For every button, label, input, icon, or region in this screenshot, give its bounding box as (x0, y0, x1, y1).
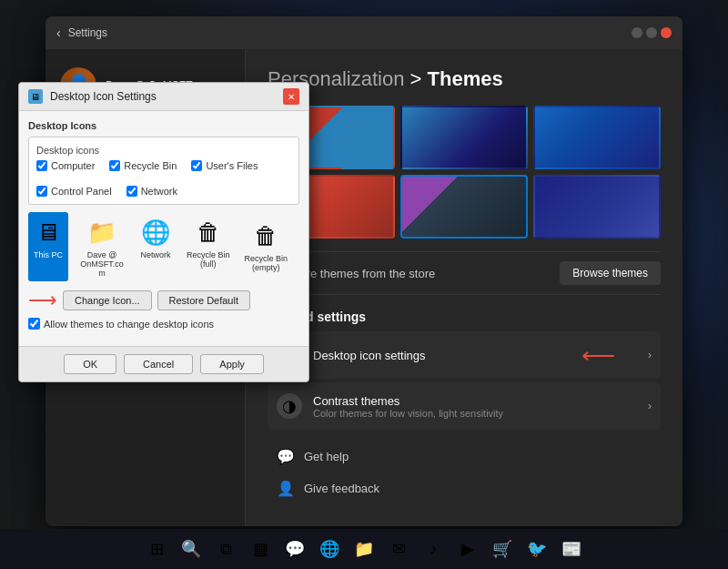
desktop-icon-settings-dialog: 🖥 Desktop Icon Settings ✕ Desktop Icons … (18, 82, 309, 382)
change-icon-button[interactable]: Change Icon... (63, 290, 152, 310)
close-button[interactable] (661, 27, 672, 38)
back-button[interactable]: ‹ (56, 25, 61, 40)
dialog-title-icon: 🖥 (28, 89, 43, 104)
contrast-themes-label: Contrast themes (313, 394, 637, 408)
dialog-section-label: Desktop Icons (28, 120, 299, 131)
allow-themes-row: Allow themes to change desktop icons (28, 318, 299, 330)
taskbar-mail-button[interactable]: ✉ (384, 534, 413, 564)
icon-network-image: 🌐 (139, 216, 172, 249)
desktop-icon-chevron: › (648, 349, 652, 361)
browse-themes-button[interactable]: Browse themes (560, 261, 661, 285)
breadcrumb-current: Themes (428, 67, 503, 90)
theme-thumb-2[interactable] (400, 106, 528, 169)
restore-default-button[interactable]: Restore Default (157, 290, 250, 310)
contrast-themes-item[interactable]: ◑ Contrast themes Color themes for low v… (268, 382, 661, 430)
dialog-title-bar: 🖥 Desktop Icon Settings ✕ (19, 83, 308, 111)
contrast-themes-subtitle: Color themes for low vision, light sensi… (313, 408, 637, 419)
taskbar-twitter-button[interactable]: 🐦 (522, 534, 551, 564)
minimize-button[interactable] (632, 27, 642, 38)
theme-thumb-6[interactable] (533, 175, 661, 239)
maximize-button[interactable] (646, 27, 657, 38)
checkbox-recycle-label: Recycle Bin (124, 160, 177, 171)
theme-thumb-3[interactable] (533, 106, 661, 169)
checkbox-recycle-input[interactable] (109, 160, 120, 171)
checkbox-user-files-input[interactable] (191, 160, 202, 171)
main-content: Personalization > Themes Get more themes… (246, 49, 682, 526)
taskbar-explorer-button[interactable]: 📁 (349, 534, 379, 564)
theme-grid (268, 106, 661, 239)
contrast-themes-chevron: › (648, 400, 652, 412)
desktop-icon-settings-text: Desktop icon settings (313, 349, 637, 362)
taskbar-store-button[interactable]: 🛒 (488, 534, 517, 564)
related-settings-title: Related settings (268, 310, 661, 324)
dialog-footer: OK Cancel Apply (19, 346, 308, 381)
icon-network[interactable]: 🌐 Network (136, 212, 176, 281)
checkbox-control-panel-input[interactable] (36, 186, 47, 197)
icon-network-label: Network (140, 250, 170, 259)
get-help-label: Get help (304, 450, 349, 463)
icon-this-pc[interactable]: 🖥 This PC (28, 212, 68, 281)
checkbox-network[interactable]: Network (126, 186, 177, 197)
dialog-close-button[interactable]: ✕ (283, 88, 299, 105)
checkbox-recycle[interactable]: Recycle Bin (109, 160, 177, 171)
icon-recycle-empty-image: 🗑 (249, 219, 282, 252)
checkbox-row: Computer Recycle Bin User's Files Contro… (36, 160, 291, 197)
taskbar-spotify-button[interactable]: ♪ (419, 534, 448, 564)
checkbox-user-files-label: User's Files (206, 160, 258, 171)
change-icon-row: ⟶ Change Icon... Restore Default (28, 289, 299, 312)
desktop-icon-settings-item[interactable]: 🖥 Desktop icon settings ⟵ › (268, 331, 661, 379)
apply-button[interactable]: Apply (200, 354, 264, 374)
breadcrumb-separator: > (410, 67, 428, 90)
checkbox-control-panel-label: Control Panel (51, 186, 112, 197)
theme-thumb-5[interactable] (400, 175, 528, 239)
taskbar-news-button[interactable]: 📰 (557, 534, 586, 564)
checkbox-computer-input[interactable] (36, 160, 47, 171)
desktop-icons-group-label: Desktop icons (36, 145, 291, 156)
dialog-title-text: Desktop Icon Settings (50, 90, 276, 103)
allow-themes-checkbox[interactable] (28, 318, 40, 330)
icon-preview: 🖥 This PC 📁 Dave @OnMSFT.com 🌐 Network 🗑… (28, 212, 299, 281)
checkbox-user-files[interactable]: User's Files (191, 160, 258, 171)
breadcrumb: Personalization > Themes (268, 67, 661, 91)
icon-user-files-label: Dave @OnMSFT.com (79, 250, 125, 278)
icon-this-pc-label: This PC (34, 250, 63, 259)
checkbox-network-input[interactable] (126, 186, 137, 197)
allow-themes-label: Allow themes to change desktop icons (44, 319, 214, 330)
give-feedback-icon: 👤 (277, 480, 295, 497)
icon-recycle-full-image: 🗑 (192, 216, 225, 249)
change-icon-arrow: ⟶ (28, 289, 57, 312)
window-title: Settings (68, 26, 107, 39)
cancel-button[interactable]: Cancel (124, 354, 193, 374)
ok-button[interactable]: OK (64, 354, 116, 374)
checkbox-control-panel[interactable]: Control Panel (36, 186, 112, 197)
icon-recycle-full[interactable]: 🗑 Recycle Bin(full) (183, 212, 234, 281)
checkbox-computer-label: Computer (51, 160, 95, 171)
taskbar-search-button[interactable]: 🔍 (177, 534, 206, 564)
taskbar-chat-button[interactable]: 💬 (280, 534, 309, 564)
give-feedback-link[interactable]: 👤 Give feedback (268, 472, 661, 504)
icon-user-files[interactable]: 📁 Dave @OnMSFT.com (76, 212, 128, 281)
related-settings-section: Related settings 🖥 Desktop icon settings… (268, 310, 661, 430)
icon-user-files-image: 📁 (86, 216, 118, 249)
get-help-icon: 💬 (277, 448, 295, 465)
taskbar-taskview-button[interactable]: ⧉ (211, 534, 240, 564)
icon-recycle-full-label: Recycle Bin(full) (187, 250, 230, 269)
help-links: 💬 Get help 👤 Give feedback (268, 441, 661, 504)
taskbar-media-button[interactable]: ▶ (453, 534, 482, 564)
contrast-themes-icon: ◑ (277, 393, 302, 419)
icon-recycle-empty[interactable]: 🗑 Recycle Bin(empty) (241, 216, 292, 281)
taskbar-edge-button[interactable]: 🌐 (315, 534, 344, 564)
title-bar: ‹ Settings (46, 16, 682, 49)
taskbar-start-button[interactable]: ⊞ (142, 534, 171, 564)
dialog-body: Desktop Icons Desktop icons Computer Rec… (19, 111, 308, 346)
icon-this-pc-image: 🖥 (32, 216, 65, 249)
desktop-icon-settings-label: Desktop icon settings (313, 349, 637, 362)
taskbar: ⊞ 🔍 ⧉ ▦ 💬 🌐 📁 ✉ ♪ ▶ 🛒 🐦 📰 (0, 529, 728, 569)
checkbox-computer[interactable]: Computer (36, 160, 95, 171)
get-help-link[interactable]: 💬 Get help (268, 441, 661, 472)
desktop-icons-group: Desktop icons Computer Recycle Bin User'… (28, 137, 299, 205)
contrast-themes-text: Contrast themes Color themes for low vis… (313, 394, 637, 419)
icon-recycle-empty-label: Recycle Bin(empty) (245, 254, 288, 272)
get-more-themes-row: Get more themes from the store Browse th… (268, 251, 661, 295)
taskbar-widgets-button[interactable]: ▦ (246, 534, 275, 564)
